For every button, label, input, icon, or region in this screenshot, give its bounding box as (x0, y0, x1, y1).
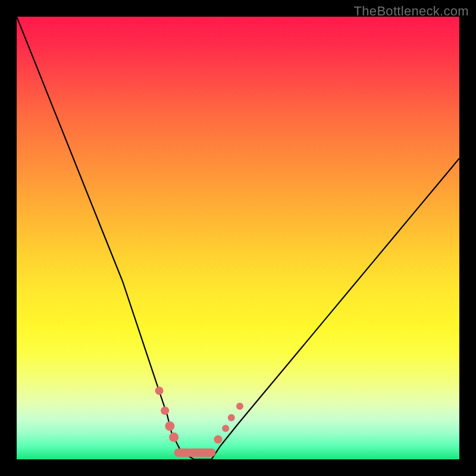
curve-marker (214, 436, 223, 444)
curve-marker (161, 406, 169, 415)
curve-marker (169, 433, 178, 442)
curve-marker (165, 421, 174, 431)
curve-marker (236, 403, 243, 410)
watermark-text: TheBottleneck.com (354, 4, 469, 19)
bottleneck-curve (17, 17, 459, 459)
chart-frame: TheBottleneck.com (0, 0, 476, 476)
curve-marker (228, 414, 235, 421)
marker-group (155, 387, 243, 444)
curve-layer (17, 17, 459, 459)
curve-marker (155, 387, 164, 395)
plot-area (17, 17, 459, 459)
curve-marker (222, 425, 229, 432)
